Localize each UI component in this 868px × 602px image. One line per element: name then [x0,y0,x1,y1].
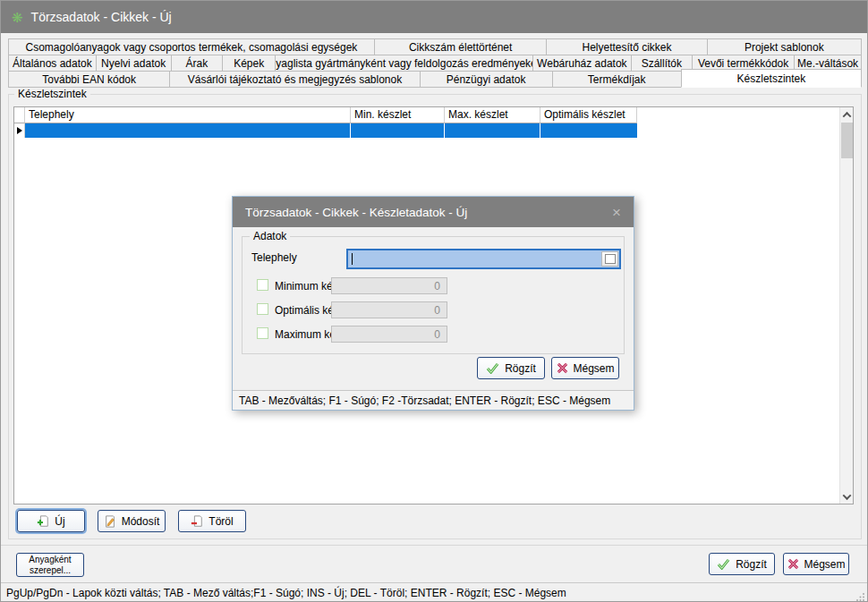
statusbar: PgUp/PgDn - Lapok közti váltás; TAB - Me… [1,582,867,602]
cancel-button[interactable]: Mégsem [783,553,849,575]
modify-button-label: Módosít [122,515,160,528]
document-plus-icon [37,515,49,528]
grid-selected-row[interactable] [14,123,853,138]
save-button[interactable]: Rögzít [709,553,775,575]
grid-header-optimalis-keszlet[interactable]: Optimális készlet [540,107,637,123]
x-icon [557,362,568,374]
dialog-statusbar-text: TAB - Mezőváltás; F1 - Súgó; F2 -Törzsad… [239,394,610,407]
tab-kepek[interactable]: Képek [222,55,276,72]
adatok-group-label: Adatok [250,230,290,242]
dialog-cancel-button[interactable]: Mégsem [551,357,619,379]
telephely-field-wrap [346,249,621,269]
tab-helyettesito-cikkek[interactable]: Helyettesítő cikkek [546,38,707,55]
tab-webaruhaz-adatok[interactable]: Webáruház adatok [532,55,632,72]
optimalis-checkbox[interactable] [257,303,268,315]
scrollbar-thumb[interactable] [841,123,853,158]
dialog-close-icon[interactable]: × [612,205,621,220]
delete-button[interactable]: Töröl [178,510,246,532]
tab-anyaglista[interactable]: Anyaglista gyártmányként vagy feldolgozá… [275,55,533,72]
tab-altalanos-adatok[interactable]: Általános adatok [8,55,97,72]
grid-header: Telephely Min. készlet Max. készlet Opti… [14,107,853,123]
check-icon [717,558,730,570]
minimum-checkbox[interactable] [257,279,268,291]
statusbar-text: PgUp/PgDn - Lapok közti váltás; TAB - Me… [6,587,566,599]
telephely-label: Telephely [251,251,297,264]
dialog-titlebar: Törzsadatok - Cikkek - Készletadatok - Ú… [233,197,634,227]
text-caret [352,253,353,265]
row-indicator-icon [14,123,25,138]
titlebar: ❋ Törzsadatok - Cikkek - Új [1,1,867,33]
scroll-up-button[interactable] [840,107,854,122]
grid-vertical-scrollbar[interactable] [839,107,853,504]
app-icon: ❋ [12,11,23,24]
scroll-down-button[interactable] [840,489,854,504]
grid-header-indicator [14,107,25,123]
optimalis-input[interactable] [331,301,447,318]
cell-max-keszlet[interactable] [445,123,540,138]
groupbox-label: Készletszintek [14,88,90,100]
tab-tovabbi-ean-kodok[interactable]: További EAN kódok [8,71,170,88]
tab-nyelvi-adatok[interactable]: Nyelvi adatok [96,55,172,72]
check-icon [486,362,499,374]
tab-row-3: További EAN kódok Vásárlói tájékoztató é… [8,71,862,88]
delete-button-label: Töröl [208,515,233,528]
tab-termekdijak[interactable]: Termékdíjak [552,71,682,88]
stock-data-dialog: Törzsadatok - Cikkek - Készletadatok - Ú… [232,196,634,411]
material-button-line2: szerepel... [30,565,71,576]
dialog-statusbar: TAB - Mezőváltás; F1 - Súgó; F2 -Törzsad… [233,390,634,410]
dialog-cancel-label: Mégsem [574,362,615,375]
dialog-action-buttons: Rögzít Mégsem [477,357,619,379]
chevron-down-icon [843,491,852,500]
cell-telephely[interactable] [25,123,351,138]
x-icon [787,558,799,570]
main-action-buttons: Rögzít Mégsem [709,553,849,575]
tab-penzugyi-adatok[interactable]: Pénzügyi adatok [420,71,553,88]
document-minus-icon [191,515,203,528]
tabstrip: Csomagolóanyagok vagy csoportos termékek… [8,38,862,88]
telephely-lookup-button[interactable] [601,251,618,267]
maximum-input[interactable] [331,326,447,343]
telephely-input[interactable] [348,250,619,267]
dialog-save-label: Rögzít [505,362,536,375]
new-button[interactable]: Új [17,510,85,532]
grid-header-max-keszlet[interactable]: Max. készlet [445,107,540,123]
cell-optimalis-keszlet[interactable] [540,123,637,138]
document-pencil-icon [104,515,116,528]
tab-projekt-sablonok[interactable]: Projekt sablonok [707,38,862,55]
minimum-input[interactable] [331,277,447,294]
material-button-line1: Anyagként [29,555,71,565]
maximum-checkbox[interactable] [257,327,268,339]
new-button-label: Új [55,515,64,528]
tab-cikkszam-elettortenet[interactable]: Cikkszám élettörténet [374,38,548,55]
material-usage-button[interactable]: Anyagként szerepel... [16,553,84,577]
dialog-save-button[interactable]: Rögzít [477,357,545,379]
tab-vasarloi-tajekoztato[interactable]: Vásárlói tájékoztató és megjegyzés sablo… [169,71,420,88]
tab-arak[interactable]: Árak [171,55,223,72]
tab-row-1: Csomagolóanyagok vagy csoportos termékek… [8,38,862,55]
cancel-button-label: Mégsem [804,558,846,571]
grid-header-min-keszlet[interactable]: Min. készlet [351,107,445,123]
grid-action-buttons: Új Módosít Töröl [17,510,246,532]
grid-header-telephely[interactable]: Telephely [25,107,351,123]
chevron-up-icon [843,111,852,120]
main-window: ❋ Törzsadatok - Cikkek - Új Csomagolóany… [0,0,868,602]
resize-grip-icon[interactable] [856,592,865,601]
bottom-bar: Anyagként szerepel... Rögzít Mégsem [1,545,867,582]
dialog-title: Törzsadatok - Cikkek - Készletadatok - Ú… [245,206,612,219]
tab-csomagoloanyagok[interactable]: Csomagolóanyagok vagy csoportos termékek… [8,38,375,55]
modify-button[interactable]: Módosít [98,510,166,532]
lookup-window-icon [605,254,616,264]
tab-keszletszintek[interactable]: Készletszintek [681,69,862,88]
cell-min-keszlet[interactable] [351,123,445,138]
window-title: Törzsadatok - Cikkek - Új [31,10,172,24]
save-button-label: Rögzít [736,558,767,571]
